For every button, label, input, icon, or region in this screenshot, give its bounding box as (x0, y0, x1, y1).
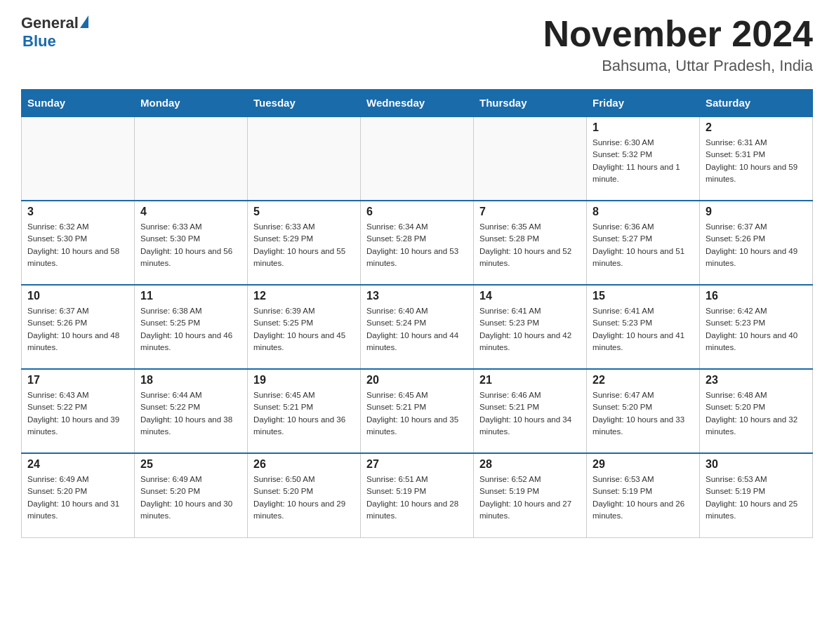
sun-info: Sunrise: 6:40 AMSunset: 5:24 PMDaylight:… (366, 305, 468, 354)
day-number: 20 (366, 374, 468, 387)
calendar-cell (22, 116, 135, 201)
week-row: 17Sunrise: 6:43 AMSunset: 5:22 PMDayligh… (22, 369, 813, 453)
day-number: 16 (706, 290, 807, 302)
calendar-cell: 27Sunrise: 6:51 AMSunset: 5:19 PMDayligh… (361, 453, 474, 537)
header: General Blue November 2024 Bahsuma, Utta… (21, 14, 813, 75)
calendar-table: SundayMondayTuesdayWednesdayThursdayFrid… (21, 89, 813, 538)
day-number: 30 (706, 458, 807, 471)
logo-blue-text: Blue (22, 32, 56, 50)
day-number: 1 (593, 121, 694, 134)
calendar-cell: 12Sunrise: 6:39 AMSunset: 5:25 PMDayligh… (248, 285, 361, 369)
calendar-cell (248, 116, 361, 201)
sun-info: Sunrise: 6:41 AMSunset: 5:23 PMDaylight:… (479, 305, 581, 354)
logo-triangle-icon (80, 15, 88, 28)
calendar-cell: 20Sunrise: 6:45 AMSunset: 5:21 PMDayligh… (361, 369, 474, 453)
sun-info: Sunrise: 6:52 AMSunset: 5:19 PMDaylight:… (479, 474, 581, 522)
day-number: 24 (27, 458, 128, 471)
logo: General Blue (21, 14, 88, 51)
sun-info: Sunrise: 6:31 AMSunset: 5:31 PMDaylight:… (706, 137, 807, 185)
calendar-cell: 7Sunrise: 6:35 AMSunset: 5:28 PMDaylight… (474, 201, 587, 285)
logo-general-text: General (21, 14, 79, 32)
calendar-cell (361, 116, 474, 201)
calendar-cell: 26Sunrise: 6:50 AMSunset: 5:20 PMDayligh… (248, 453, 361, 537)
day-number: 4 (140, 206, 241, 218)
calendar-cell: 15Sunrise: 6:41 AMSunset: 5:23 PMDayligh… (587, 285, 700, 369)
calendar-cell: 2Sunrise: 6:31 AMSunset: 5:31 PMDaylight… (700, 116, 813, 201)
day-number: 26 (253, 458, 355, 471)
calendar-cell (474, 116, 587, 201)
week-row: 1Sunrise: 6:30 AMSunset: 5:32 PMDaylight… (22, 116, 813, 201)
day-header-thursday: Thursday (474, 90, 587, 117)
calendar-cell: 28Sunrise: 6:52 AMSunset: 5:19 PMDayligh… (474, 453, 587, 537)
calendar-cell: 4Sunrise: 6:33 AMSunset: 5:30 PMDaylight… (135, 201, 248, 285)
day-number: 18 (140, 374, 241, 387)
day-number: 7 (479, 206, 581, 218)
sun-info: Sunrise: 6:53 AMSunset: 5:19 PMDaylight:… (593, 474, 694, 522)
calendar-cell: 1Sunrise: 6:30 AMSunset: 5:32 PMDaylight… (587, 116, 700, 201)
day-number: 3 (27, 206, 128, 218)
sun-info: Sunrise: 6:51 AMSunset: 5:19 PMDaylight:… (366, 474, 468, 522)
sun-info: Sunrise: 6:42 AMSunset: 5:23 PMDaylight:… (706, 305, 807, 354)
calendar-cell: 21Sunrise: 6:46 AMSunset: 5:21 PMDayligh… (474, 369, 587, 453)
day-header-friday: Friday (587, 90, 700, 117)
sun-info: Sunrise: 6:50 AMSunset: 5:20 PMDaylight:… (253, 474, 355, 522)
sun-info: Sunrise: 6:39 AMSunset: 5:25 PMDaylight:… (253, 305, 355, 354)
calendar-cell: 30Sunrise: 6:53 AMSunset: 5:19 PMDayligh… (700, 453, 813, 537)
day-header-monday: Monday (135, 90, 248, 117)
calendar-cell: 16Sunrise: 6:42 AMSunset: 5:23 PMDayligh… (700, 285, 813, 369)
sun-info: Sunrise: 6:45 AMSunset: 5:21 PMDaylight:… (366, 389, 468, 438)
calendar-cell: 25Sunrise: 6:49 AMSunset: 5:20 PMDayligh… (135, 453, 248, 537)
sun-info: Sunrise: 6:45 AMSunset: 5:21 PMDaylight:… (253, 389, 355, 438)
sun-info: Sunrise: 6:37 AMSunset: 5:26 PMDaylight:… (706, 221, 807, 269)
calendar-cell: 14Sunrise: 6:41 AMSunset: 5:23 PMDayligh… (474, 285, 587, 369)
day-number: 13 (366, 290, 468, 302)
day-number: 22 (593, 374, 694, 387)
sun-info: Sunrise: 6:33 AMSunset: 5:29 PMDaylight:… (253, 221, 355, 269)
sun-info: Sunrise: 6:53 AMSunset: 5:19 PMDaylight:… (706, 474, 807, 522)
sun-info: Sunrise: 6:43 AMSunset: 5:22 PMDaylight:… (27, 389, 128, 438)
sun-info: Sunrise: 6:33 AMSunset: 5:30 PMDaylight:… (140, 221, 241, 269)
sun-info: Sunrise: 6:36 AMSunset: 5:27 PMDaylight:… (593, 221, 694, 269)
calendar-cell: 10Sunrise: 6:37 AMSunset: 5:26 PMDayligh… (22, 285, 135, 369)
calendar-cell: 3Sunrise: 6:32 AMSunset: 5:30 PMDaylight… (22, 201, 135, 285)
calendar-cell: 11Sunrise: 6:38 AMSunset: 5:25 PMDayligh… (135, 285, 248, 369)
sun-info: Sunrise: 6:44 AMSunset: 5:22 PMDaylight:… (140, 389, 241, 438)
day-number: 17 (27, 374, 128, 387)
calendar-cell: 17Sunrise: 6:43 AMSunset: 5:22 PMDayligh… (22, 369, 135, 453)
day-header-saturday: Saturday (700, 90, 813, 117)
calendar-cell: 13Sunrise: 6:40 AMSunset: 5:24 PMDayligh… (361, 285, 474, 369)
location-subtitle: Bahsuma, Uttar Pradesh, India (543, 57, 813, 75)
sun-info: Sunrise: 6:34 AMSunset: 5:28 PMDaylight:… (366, 221, 468, 269)
day-number: 28 (479, 458, 581, 471)
day-number: 27 (366, 458, 468, 471)
day-number: 10 (27, 290, 128, 302)
sun-info: Sunrise: 6:49 AMSunset: 5:20 PMDaylight:… (140, 474, 241, 522)
calendar-cell: 8Sunrise: 6:36 AMSunset: 5:27 PMDaylight… (587, 201, 700, 285)
day-number: 29 (593, 458, 694, 471)
day-number: 14 (479, 290, 581, 302)
sun-info: Sunrise: 6:47 AMSunset: 5:20 PMDaylight:… (593, 389, 694, 438)
calendar-cell: 24Sunrise: 6:49 AMSunset: 5:20 PMDayligh… (22, 453, 135, 537)
sun-info: Sunrise: 6:46 AMSunset: 5:21 PMDaylight:… (479, 389, 581, 438)
day-number: 15 (593, 290, 694, 302)
calendar-cell: 5Sunrise: 6:33 AMSunset: 5:29 PMDaylight… (248, 201, 361, 285)
day-header-wednesday: Wednesday (361, 90, 474, 117)
calendar-cell: 9Sunrise: 6:37 AMSunset: 5:26 PMDaylight… (700, 201, 813, 285)
day-number: 19 (253, 374, 355, 387)
calendar-cell: 29Sunrise: 6:53 AMSunset: 5:19 PMDayligh… (587, 453, 700, 537)
calendar-cell: 19Sunrise: 6:45 AMSunset: 5:21 PMDayligh… (248, 369, 361, 453)
title-area: November 2024 Bahsuma, Uttar Pradesh, In… (543, 14, 813, 75)
calendar-cell: 18Sunrise: 6:44 AMSunset: 5:22 PMDayligh… (135, 369, 248, 453)
sun-info: Sunrise: 6:41 AMSunset: 5:23 PMDaylight:… (593, 305, 694, 354)
sun-info: Sunrise: 6:35 AMSunset: 5:28 PMDaylight:… (479, 221, 581, 269)
sun-info: Sunrise: 6:30 AMSunset: 5:32 PMDaylight:… (593, 137, 694, 185)
calendar-cell: 23Sunrise: 6:48 AMSunset: 5:20 PMDayligh… (700, 369, 813, 453)
day-number: 5 (253, 206, 355, 218)
day-header-tuesday: Tuesday (248, 90, 361, 117)
sun-info: Sunrise: 6:32 AMSunset: 5:30 PMDaylight:… (27, 221, 128, 269)
sun-info: Sunrise: 6:38 AMSunset: 5:25 PMDaylight:… (140, 305, 241, 354)
day-number: 25 (140, 458, 241, 471)
calendar-cell (135, 116, 248, 201)
day-number: 11 (140, 290, 241, 302)
day-number: 21 (479, 374, 581, 387)
